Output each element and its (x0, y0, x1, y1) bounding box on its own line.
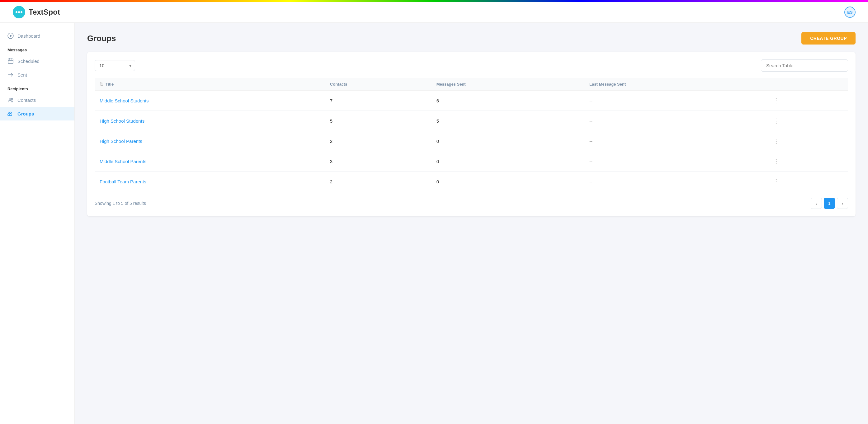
sidebar-item-contacts[interactable]: Contacts (0, 93, 74, 107)
col-messages-sent: Messages Sent (432, 78, 584, 91)
sidebar-section-recipients: Recipients (0, 82, 74, 93)
cell-messages-sent: 5 (432, 111, 584, 131)
table-row: Football Team Parents 2 0 -- ⋮ (95, 172, 848, 192)
sidebar-item-sent[interactable]: Sent (0, 68, 74, 82)
cell-last-message-sent: -- (584, 91, 766, 111)
cell-title: Middle School Students (95, 91, 325, 111)
col-title[interactable]: ⇅ Title (95, 78, 325, 91)
row-action-button[interactable]: ⋮ (771, 177, 782, 186)
page-header: Groups CREATE GROUP (87, 32, 856, 44)
per-page-select[interactable]: 10 25 50 100 (95, 60, 135, 71)
cell-messages-sent: 6 (432, 91, 584, 111)
svg-rect-6 (8, 59, 13, 63)
groups-table: ⇅ Title Contacts Messages Sent Last Mess… (95, 78, 848, 191)
col-contacts: Contacts (325, 78, 432, 91)
row-action-button[interactable]: ⋮ (771, 136, 782, 146)
cell-actions: ⋮ (766, 172, 848, 192)
cell-contacts: 3 (325, 151, 432, 172)
cell-last-message-sent: -- (584, 111, 766, 131)
page-1-button[interactable]: 1 (824, 198, 835, 209)
group-link[interactable]: Football Team Parents (100, 179, 146, 184)
svg-point-11 (9, 98, 11, 100)
group-link[interactable]: High School Students (100, 118, 145, 124)
cell-title: High School Parents (95, 131, 325, 151)
prev-page-button[interactable]: ‹ (811, 198, 822, 209)
pagination-controls: ‹ 1 › (811, 198, 848, 209)
row-action-button[interactable]: ⋮ (771, 96, 782, 105)
page-title: Groups (87, 34, 116, 43)
group-link[interactable]: Middle School Parents (100, 159, 146, 164)
table-card: 10 25 50 100 ⇅ Title (87, 52, 856, 216)
contacts-icon (7, 97, 14, 103)
search-input[interactable] (761, 59, 848, 71)
main-layout: Dashboard Messages Scheduled (0, 23, 868, 424)
logo: TextSpot (12, 6, 60, 19)
cell-messages-sent: 0 (432, 151, 584, 172)
col-actions (766, 78, 848, 91)
app-header: TextSpot ES (0, 2, 868, 23)
user-avatar[interactable]: ES (844, 6, 856, 18)
cell-contacts: 5 (325, 111, 432, 131)
cell-actions: ⋮ (766, 111, 848, 131)
svg-point-3 (21, 11, 23, 13)
col-last-message-sent: Last Message Sent (584, 78, 766, 91)
table-header-row: ⇅ Title Contacts Messages Sent Last Mess… (95, 78, 848, 91)
row-action-button[interactable]: ⋮ (771, 156, 782, 166)
sidebar: Dashboard Messages Scheduled (0, 23, 75, 424)
table-row: Middle School Students 7 6 -- ⋮ (95, 91, 848, 111)
logo-icon (12, 6, 26, 19)
table-row: Middle School Parents 3 0 -- ⋮ (95, 151, 848, 172)
dashboard-icon (7, 33, 14, 39)
cell-contacts: 2 (325, 172, 432, 192)
sent-icon (7, 71, 14, 78)
cell-last-message-sent: -- (584, 131, 766, 151)
next-page-button[interactable]: › (837, 198, 848, 209)
cell-actions: ⋮ (766, 91, 848, 111)
cell-actions: ⋮ (766, 151, 848, 172)
table-controls: 10 25 50 100 (95, 59, 848, 71)
cell-actions: ⋮ (766, 131, 848, 151)
per-page-wrapper: 10 25 50 100 (95, 60, 135, 71)
group-link[interactable]: High School Parents (100, 139, 142, 144)
sidebar-label-groups: Groups (18, 111, 34, 116)
svg-point-16 (10, 112, 11, 114)
svg-point-2 (18, 11, 20, 13)
sidebar-label-contacts: Contacts (18, 97, 36, 103)
cell-title: Football Team Parents (95, 172, 325, 192)
table-row: High School Students 5 5 -- ⋮ (95, 111, 848, 131)
pagination-info: Showing 1 to 5 of 5 results (95, 201, 146, 206)
sidebar-label-dashboard: Dashboard (18, 33, 40, 39)
table-row: High School Parents 2 0 -- ⋮ (95, 131, 848, 151)
logo-text: TextSpot (29, 8, 60, 17)
sort-icon-title: ⇅ (100, 82, 103, 87)
cell-title: Middle School Parents (95, 151, 325, 172)
cell-contacts: 7 (325, 91, 432, 111)
cell-messages-sent: 0 (432, 131, 584, 151)
groups-icon (7, 111, 14, 117)
sidebar-item-groups[interactable]: Groups (0, 107, 74, 120)
svg-point-5 (10, 35, 11, 37)
create-group-button[interactable]: CREATE GROUP (801, 32, 856, 44)
group-link[interactable]: Middle School Students (100, 98, 149, 103)
cell-last-message-sent: -- (584, 172, 766, 192)
sidebar-label-scheduled: Scheduled (18, 59, 39, 64)
sidebar-item-dashboard[interactable]: Dashboard (0, 29, 74, 43)
scheduled-icon (7, 58, 14, 64)
sidebar-section-messages: Messages (0, 43, 74, 54)
row-action-button[interactable]: ⋮ (771, 116, 782, 126)
sidebar-label-sent: Sent (18, 72, 27, 78)
pagination-row: Showing 1 to 5 of 5 results ‹ 1 › (95, 198, 848, 209)
cell-contacts: 2 (325, 131, 432, 151)
cell-last-message-sent: -- (584, 151, 766, 172)
main-content: Groups CREATE GROUP 10 25 50 100 (75, 23, 868, 424)
cell-messages-sent: 0 (432, 172, 584, 192)
svg-point-12 (11, 98, 13, 100)
sidebar-item-scheduled[interactable]: Scheduled (0, 54, 74, 68)
cell-title: High School Students (95, 111, 325, 131)
svg-point-1 (16, 11, 18, 13)
svg-point-15 (8, 112, 10, 114)
